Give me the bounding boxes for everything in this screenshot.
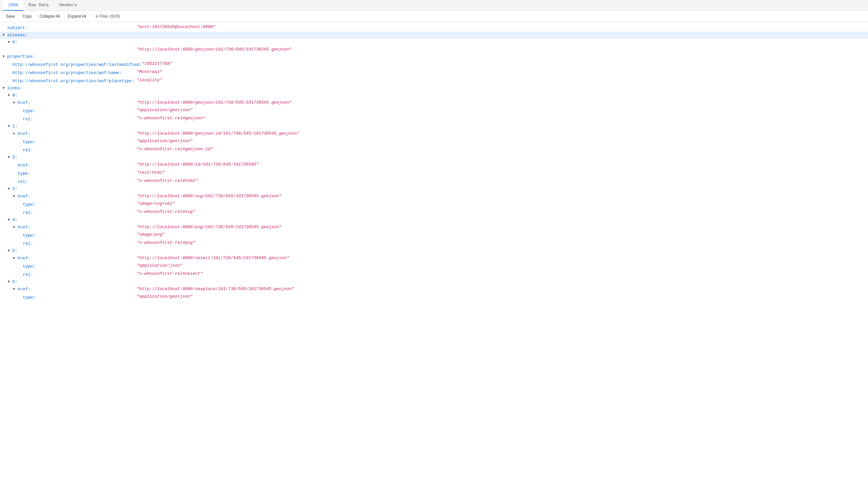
json-key: rel: xyxy=(23,116,33,122)
json-value: "x-whosonfirst-rel#select" xyxy=(137,270,868,277)
copy-button[interactable]: Copy xyxy=(19,13,35,20)
expand-arrow-icon[interactable]: ▼ xyxy=(8,154,12,161)
json-row: ▼ 1: xyxy=(0,123,868,130)
json-key: 6: xyxy=(12,279,18,285)
expand-arrow-icon[interactable]: ▼ xyxy=(13,193,18,200)
expand-arrow-icon[interactable]: ▼ xyxy=(8,92,12,99)
json-content: subject:"acct:101736545@localhost:8080"▼… xyxy=(0,22,868,485)
json-row: ▼ href:"http://localhost:8080/select/101… xyxy=(0,255,868,262)
tab-json[interactable]: JSON xyxy=(3,0,23,11)
json-row: type:"application/geo+json" xyxy=(0,293,868,301)
json-row: type:"text/html" xyxy=(0,169,868,177)
json-row: rel:"x-whosonfirst-rel#geojson" xyxy=(0,115,868,123)
json-key: type: xyxy=(23,108,35,114)
json-key: links: xyxy=(7,85,23,92)
json-value: "x-whosonfirst-rel#png" xyxy=(137,239,868,246)
json-key: type: xyxy=(23,294,35,301)
expand-arrow-icon[interactable]: ▼ xyxy=(8,123,12,130)
json-row: http://whosonfirst.org/properties/wof/la… xyxy=(0,60,868,68)
json-value: "acct:101736545@localhost:8080" xyxy=(137,24,868,30)
json-key: rel: xyxy=(23,147,33,153)
json-row: "http://localhost:8080/geojson/101/736/5… xyxy=(0,46,868,53)
json-value: "http://localhost:8080/png/101/736/545/1… xyxy=(137,224,868,230)
json-key: http://whosonfirst.org/properties/wof/na… xyxy=(12,70,121,76)
filter-icon: ⊘ xyxy=(95,15,98,19)
json-key: aliases: xyxy=(7,32,27,38)
json-key: href: xyxy=(18,162,30,169)
expand-arrow-icon[interactable]: ▼ xyxy=(13,100,18,106)
json-row: ▼ href:"http://localhost:8080/navplace/1… xyxy=(0,286,868,293)
expand-arrow-icon[interactable]: ▼ xyxy=(13,224,18,231)
json-row: type:"application/geo+json" xyxy=(0,138,868,146)
json-row: ▼ href:"http://localhost:8080/geojson-ld… xyxy=(0,130,868,138)
json-value: "application/geo+json" xyxy=(137,293,868,300)
expand-arrow-icon[interactable]: ▼ xyxy=(13,255,18,262)
expand-arrow-icon[interactable]: ▼ xyxy=(8,279,12,285)
json-key: href: xyxy=(18,224,30,231)
json-key: type: xyxy=(23,263,35,270)
json-row: ▼ href:"http://localhost:8080/geojson/10… xyxy=(0,99,868,107)
json-row: http://whosonfirst.org/properties/wof/pl… xyxy=(0,77,868,85)
json-value: "application/json" xyxy=(137,262,868,269)
json-key: rel: xyxy=(18,179,28,185)
json-value: "http://localhost:8080/geojson-ld/101/73… xyxy=(137,131,868,137)
collapse-all-button[interactable]: Collapse All xyxy=(36,13,63,20)
expand-arrow-icon[interactable]: ▼ xyxy=(13,286,18,293)
expand-arrow-icon[interactable]: ▼ xyxy=(3,32,7,38)
expand-arrow-icon[interactable]: ▼ xyxy=(8,217,12,223)
json-key: rel: xyxy=(23,240,33,247)
json-row: rel:"x-whosonfirst-rel#png" xyxy=(0,239,868,247)
json-key: href: xyxy=(18,286,30,293)
json-row: type:"image/svg+xml" xyxy=(0,200,868,208)
json-value: "1652217788" xyxy=(142,61,868,67)
tab-raw-data[interactable]: Raw Data xyxy=(23,0,54,11)
json-row: ▼ 3: xyxy=(0,186,868,193)
expand-arrow-icon[interactable]: ▼ xyxy=(8,186,12,192)
expand-all-button[interactable]: Expand All xyxy=(64,13,90,20)
json-row: rel:"x-whosonfirst-rel#geojson-ld" xyxy=(0,146,868,154)
json-value: "Montreal" xyxy=(137,69,868,75)
json-key: 0: xyxy=(12,92,18,99)
json-key: http://whosonfirst.org/properties/wof/la… xyxy=(12,62,142,68)
tab-bar: JSON Raw Data Headers xyxy=(0,0,868,11)
json-value: "http://localhost:8080/svg/101/736/545/1… xyxy=(137,193,868,199)
json-row: rel:"x-whosonfirst-rel#html" xyxy=(0,177,868,186)
json-value: "http://localhost:8080/geojson/101/736/5… xyxy=(137,99,868,106)
json-row: rel:"x-whosonfirst-rel#select" xyxy=(0,270,868,278)
json-value: "http://localhost:8080/geojson/101/736/5… xyxy=(137,46,868,53)
json-value: "locality" xyxy=(137,77,868,83)
toolbar: Save Copy Collapse All Expand All ⊘ Filt… xyxy=(0,11,868,22)
json-key: 1: xyxy=(12,123,18,130)
tab-headers[interactable]: Headers xyxy=(54,0,82,11)
json-key: 0: xyxy=(12,39,18,46)
json-key: type: xyxy=(23,139,35,145)
expand-arrow-icon[interactable]: ▼ xyxy=(8,39,12,46)
json-key: rel: xyxy=(23,272,33,278)
json-key: 3: xyxy=(12,186,18,192)
expand-arrow-icon[interactable]: ▼ xyxy=(3,85,7,92)
json-key: 2: xyxy=(12,154,18,161)
json-key: type: xyxy=(23,201,35,208)
expand-arrow-icon[interactable]: ▼ xyxy=(3,53,7,60)
json-value: "x-whosonfirst-rel#svg" xyxy=(137,208,868,215)
json-row: type:"image/png" xyxy=(0,231,868,239)
json-key: 5: xyxy=(12,248,18,254)
filter-json-button[interactable]: ⊘ Filter JSON xyxy=(92,13,123,20)
json-key: href: xyxy=(18,193,30,200)
json-row: type:"application/json" xyxy=(0,262,868,270)
json-value: "http://localhost:8080/id/101/736/545/10… xyxy=(137,161,868,168)
json-row: ▼ href:"http://localhost:8080/svg/101/73… xyxy=(0,193,868,200)
expand-arrow-icon[interactable]: ▼ xyxy=(8,248,12,254)
json-row: ▼ aliases: xyxy=(0,32,868,39)
json-row: rel:"x-whosonfirst-rel#svg" xyxy=(0,208,868,217)
json-row: ▼ 2: xyxy=(0,154,868,161)
json-key: href: xyxy=(18,255,30,262)
json-value: "image/svg+xml" xyxy=(137,200,868,207)
expand-arrow-icon[interactable]: ▼ xyxy=(13,131,18,137)
json-row: subject:"acct:101736545@localhost:8080" xyxy=(0,24,868,32)
save-button[interactable]: Save xyxy=(3,13,18,20)
json-key: subject: xyxy=(7,25,27,31)
json-value: "http://localhost:8080/select/101/736/54… xyxy=(137,255,868,261)
json-row: ▼ 4: xyxy=(0,217,868,224)
json-row: ▼ 0: xyxy=(0,39,868,46)
